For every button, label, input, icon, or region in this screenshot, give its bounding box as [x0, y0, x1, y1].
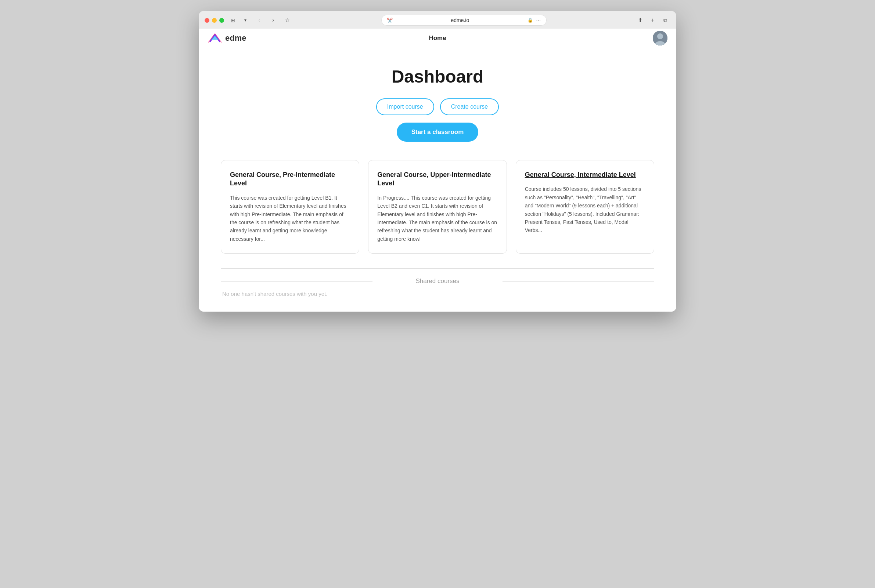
chevron-down-icon[interactable]: ▾	[240, 15, 251, 26]
course-desc-2: In Progress.... This course was created …	[377, 194, 498, 243]
browser-top-chrome: ⊞ ▾ ‹ › ☆ ✂️ edme.io 🔒 ··· ⬆ + ⧉	[199, 11, 676, 28]
logo-text: edme	[225, 33, 246, 43]
logo-area: edme	[207, 32, 246, 44]
course-title-2: General Course, Upper-Intermediate Level	[377, 171, 498, 188]
courses-grid: General Course, Pre-Intermediate Level T…	[221, 160, 654, 254]
sidebar-toggle-button[interactable]: ⊞	[228, 15, 238, 26]
tabs-overview-button[interactable]: ⧉	[660, 15, 671, 26]
minimize-button[interactable]	[212, 18, 217, 23]
edme-logo-icon	[207, 32, 222, 44]
bookmark-button[interactable]: ☆	[282, 15, 292, 26]
toolbar-right: ⬆ + ⧉	[635, 15, 671, 26]
back-button[interactable]: ‹	[254, 15, 265, 26]
tab-bar: ⊞ ▾	[228, 15, 251, 26]
shared-section-title: Shared courses	[221, 278, 654, 285]
dashboard-title: Dashboard	[221, 66, 654, 87]
course-card-1[interactable]: General Course, Pre-Intermediate Level T…	[221, 160, 359, 254]
site-favicon: ✂️	[387, 18, 393, 23]
url-text: edme.io	[395, 17, 525, 23]
user-avatar[interactable]	[653, 31, 668, 45]
no-shared-message: No one hasn't shared courses with you ye…	[221, 291, 654, 297]
course-card-3[interactable]: General Course, Intermediate Level Cours…	[516, 160, 654, 254]
close-button[interactable]	[204, 18, 209, 23]
import-course-button[interactable]: Import course	[376, 98, 434, 115]
url-more-button[interactable]: ···	[536, 17, 541, 24]
share-button[interactable]: ⬆	[635, 15, 645, 26]
course-desc-3: Course includes 50 lessons, divided into…	[525, 185, 645, 234]
app-header: edme Home	[199, 28, 676, 48]
create-course-button[interactable]: Create course	[440, 98, 499, 115]
traffic-lights	[204, 18, 224, 23]
action-buttons: Import course Create course	[221, 98, 654, 115]
address-bar[interactable]: ✂️ edme.io 🔒 ···	[381, 15, 547, 26]
maximize-button[interactable]	[219, 18, 224, 23]
shared-courses-section: Shared courses No one hasn't shared cour…	[221, 268, 654, 297]
course-card-2[interactable]: General Course, Upper-Intermediate Level…	[368, 160, 507, 254]
course-title-3: General Course, Intermediate Level	[525, 171, 645, 179]
main-content: Dashboard Import course Create course St…	[199, 48, 676, 312]
start-classroom-button[interactable]: Start a classroom	[397, 123, 479, 142]
svg-point-1	[657, 33, 663, 39]
browser-window: ⊞ ▾ ‹ › ☆ ✂️ edme.io 🔒 ··· ⬆ + ⧉	[199, 11, 676, 312]
course-title-1: General Course, Pre-Intermediate Level	[230, 171, 350, 188]
ssl-lock-icon: 🔒	[528, 18, 533, 23]
new-tab-button[interactable]: +	[648, 15, 658, 26]
page-title: Home	[429, 34, 446, 42]
forward-button[interactable]: ›	[268, 15, 278, 26]
course-desc-1: This course was created for getting Leve…	[230, 194, 350, 243]
